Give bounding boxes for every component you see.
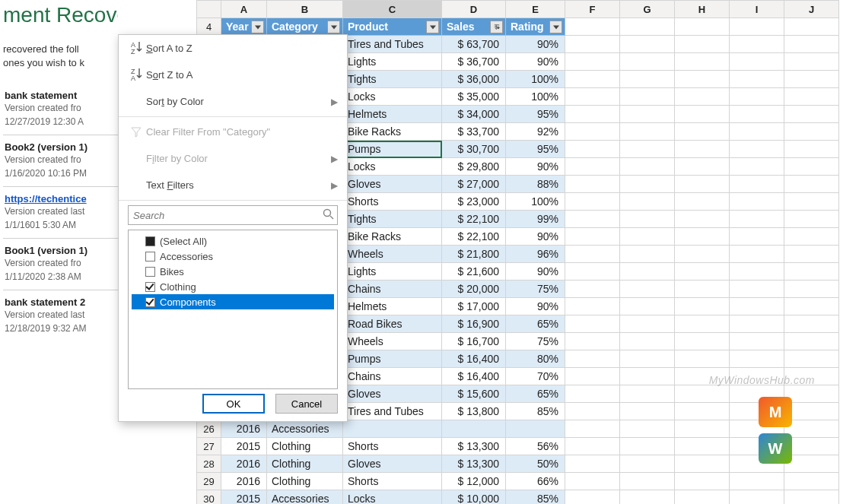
recovery-item[interactable]: bank statementVersion created fro12/27/2… — [3, 84, 118, 135]
cell-rating[interactable]: 88% — [506, 176, 565, 193]
filter-option[interactable]: Components — [132, 294, 334, 309]
filter-option-select-all[interactable]: (Select All) — [132, 233, 334, 249]
cell-product[interactable]: Bike Racks — [343, 228, 442, 246]
sort-a-to-z[interactable]: AZ Sort A to Z — [119, 35, 347, 62]
filter-option[interactable]: Clothing — [132, 279, 334, 294]
cell-rating[interactable]: 90% — [506, 36, 565, 53]
column-header-G[interactable]: G — [620, 1, 675, 18]
cell-rating[interactable]: 75% — [506, 333, 565, 350]
recovery-item[interactable]: Book1 (version 1)Version created fro1/11… — [3, 238, 118, 290]
row-header[interactable]: 29 — [197, 473, 221, 490]
row-header[interactable]: 30 — [197, 490, 221, 505]
filter-button-rating[interactable] — [549, 21, 562, 33]
cell-rating[interactable]: 65% — [506, 385, 565, 403]
filter-button-sales[interactable] — [490, 21, 503, 33]
cell-rating[interactable]: 99% — [506, 211, 565, 228]
cell-rating[interactable]: 92% — [506, 123, 565, 141]
row-header[interactable]: 28 — [197, 455, 221, 473]
column-header-F[interactable]: F — [565, 1, 620, 18]
cell-rating[interactable]: 95% — [506, 106, 565, 123]
filter-options-tree[interactable]: (Select All) AccessoriesBikesClothingCom… — [128, 230, 338, 389]
cell-year[interactable]: 2016 — [221, 420, 267, 438]
cell-sales[interactable]: $ 29,800 — [442, 158, 506, 176]
cell-sales[interactable]: $ 22,100 — [442, 211, 506, 228]
ok-button[interactable]: OK — [202, 394, 265, 414]
cell-product[interactable]: Tights — [343, 211, 442, 228]
cell-sales[interactable]: $ 13,300 — [442, 455, 506, 473]
cell-year[interactable]: 2015 — [221, 490, 267, 505]
cell-product[interactable]: Pumps — [343, 350, 442, 368]
cell-sales[interactable] — [442, 420, 506, 438]
cell-sales[interactable]: $ 35,000 — [442, 88, 506, 106]
cell-category[interactable]: Clothing — [267, 438, 343, 455]
cell-rating[interactable]: 66% — [506, 473, 565, 490]
cell-rating[interactable]: 100% — [506, 88, 565, 106]
column-header-I[interactable]: I — [730, 1, 784, 18]
header-rating[interactable]: Rating — [506, 18, 565, 36]
cell-year[interactable]: 2016 — [221, 473, 267, 490]
cell-sales[interactable]: $ 17,000 — [442, 298, 506, 315]
cell-sales[interactable]: $ 13,800 — [442, 403, 506, 420]
cell-product[interactable]: Bike Racks — [343, 123, 442, 141]
cell-sales[interactable]: $ 16,700 — [442, 333, 506, 350]
cell-product[interactable]: Helmets — [343, 106, 442, 123]
cell-sales[interactable]: $ 16,400 — [442, 368, 506, 385]
cell-sales[interactable]: $ 21,600 — [442, 263, 506, 281]
cell-rating[interactable]: 50% — [506, 455, 565, 473]
cell-sales[interactable]: $ 21,800 — [442, 246, 506, 263]
text-filters[interactable]: Text Filters ▶ — [119, 172, 347, 198]
cell-sales[interactable]: $ 22,100 — [442, 228, 506, 246]
sort-z-to-a[interactable]: ZA Sort Z to A — [119, 62, 347, 88]
cell-rating[interactable]: 65% — [506, 315, 565, 333]
cell-rating[interactable]: 56% — [506, 438, 565, 455]
cell-product[interactable]: Chains — [343, 281, 442, 298]
cell-category[interactable]: Clothing — [267, 455, 343, 473]
cell-product[interactable]: Pumps — [343, 141, 442, 158]
cell-product[interactable] — [343, 420, 442, 438]
header-product[interactable]: Product — [343, 18, 442, 36]
row-header[interactable]: 26 — [197, 420, 221, 438]
sort-by-color[interactable]: Sort by Color ▶ — [119, 88, 347, 115]
cancel-button[interactable]: Cancel — [275, 394, 338, 414]
cell-sales[interactable]: $ 20,000 — [442, 281, 506, 298]
cell-sales[interactable]: $ 36,000 — [442, 71, 506, 88]
cell-rating[interactable]: 96% — [506, 246, 565, 263]
recovery-item[interactable]: Book2 (version 1)Version created fro1/16… — [3, 135, 118, 186]
cell-product[interactable]: Shorts — [343, 438, 442, 455]
cell-rating[interactable]: 100% — [506, 193, 565, 211]
cell-product[interactable]: Wheels — [343, 333, 442, 350]
filter-button-category[interactable] — [327, 21, 340, 33]
cell-sales[interactable]: $ 27,000 — [442, 176, 506, 193]
cell-product[interactable]: Tires and Tubes — [343, 36, 442, 53]
recovery-item[interactable]: bank statement 2Version created last12/1… — [3, 290, 118, 341]
cell-rating[interactable]: 75% — [506, 281, 565, 298]
cell-product[interactable]: Gloves — [343, 176, 442, 193]
cell-sales[interactable]: $ 13,300 — [442, 438, 506, 455]
cell-rating[interactable]: 90% — [506, 263, 565, 281]
filter-search-input[interactable] — [128, 205, 338, 225]
filter-button-product[interactable] — [426, 21, 439, 33]
cell-category[interactable]: Clothing — [267, 473, 343, 490]
recovery-item[interactable]: https://techenticeVersion created last1/… — [3, 186, 118, 238]
cell-sales[interactable]: $ 30,700 — [442, 141, 506, 158]
cell-sales[interactable]: $ 15,600 — [442, 385, 506, 403]
cell-product[interactable]: Shorts — [343, 193, 442, 211]
column-header-J[interactable]: J — [784, 1, 839, 18]
filter-search-box[interactable] — [128, 205, 338, 225]
cell-product[interactable]: Lights — [343, 263, 442, 281]
cell-product[interactable]: Chains — [343, 368, 442, 385]
column-header-E[interactable]: E — [506, 1, 565, 18]
cell-product[interactable]: Gloves — [343, 385, 442, 403]
column-header-B[interactable]: B — [267, 1, 343, 18]
cell-sales[interactable]: $ 63,700 — [442, 36, 506, 53]
cell-sales[interactable]: $ 16,900 — [442, 315, 506, 333]
cell-sales[interactable]: $ 10,000 — [442, 490, 506, 505]
cell-rating[interactable]: 90% — [506, 298, 565, 315]
cell-sales[interactable]: $ 12,000 — [442, 473, 506, 490]
cell-product[interactable]: Tires and Tubes — [343, 403, 442, 420]
cell-rating[interactable]: 95% — [506, 141, 565, 158]
cell-category[interactable]: Accessories — [267, 490, 343, 505]
cell-product[interactable]: Locks — [343, 490, 442, 505]
cell-rating[interactable]: 85% — [506, 490, 565, 505]
cell-sales[interactable]: $ 16,400 — [442, 350, 506, 368]
